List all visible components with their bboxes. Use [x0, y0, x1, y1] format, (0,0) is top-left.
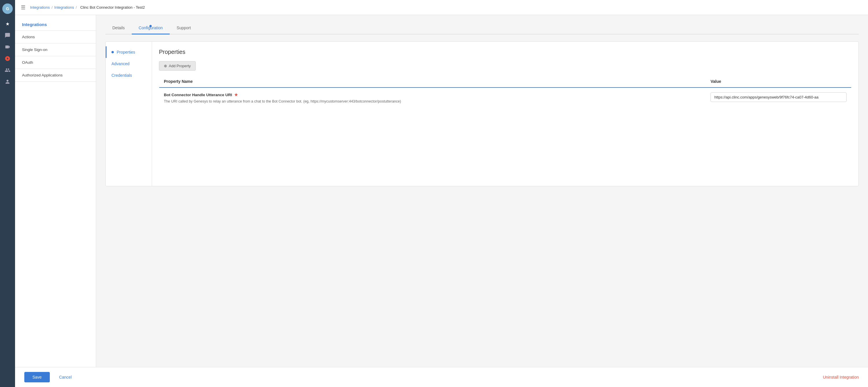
col-value: Value [706, 76, 851, 88]
save-button[interactable]: Save [24, 372, 50, 382]
sidebar-nav: G ★ [0, 0, 15, 387]
left-sidebar: Integrations Actions Single Sign-on OAut… [15, 15, 96, 367]
sub-nav-credentials[interactable]: Credentials [106, 69, 152, 81]
property-name-label: Bot Connector Handle Utterance URI ★ [164, 92, 701, 97]
sidebar-item-oauth[interactable]: OAuth [15, 56, 96, 69]
sub-nav-properties[interactable]: Properties [106, 46, 152, 58]
table-body: Bot Connector Handle Utterance URI ★ The… [159, 88, 851, 109]
sidebar-item-actions[interactable]: Actions [15, 31, 96, 43]
cancel-button[interactable]: Cancel [53, 372, 78, 382]
property-value-input[interactable] [711, 92, 846, 102]
add-property-icon: ⊕ [164, 64, 167, 68]
properties-table: Property Name Value Bot Connector Handle… [159, 75, 851, 109]
tab-support[interactable]: Support [170, 22, 198, 34]
tab-details[interactable]: Details [105, 22, 132, 34]
left-sidebar-title: Integrations [15, 22, 96, 30]
topbar: ☰ Integrations / Integrations / Clinc Bo… [15, 0, 868, 15]
page-content: Details Configuration Support Properties [96, 15, 868, 367]
bottom-left-actions: Save Cancel [24, 372, 78, 382]
breadcrumb-separator-2: / [76, 5, 77, 9]
video-icon[interactable] [2, 42, 13, 52]
sub-nav-advanced[interactable]: Advanced [106, 58, 152, 69]
menu-icon[interactable]: ☰ [21, 4, 26, 11]
breadcrumb-current: Clinc Bot Connector Integration - Test2 [80, 5, 145, 9]
star-icon[interactable]: ★ [2, 19, 13, 29]
breadcrumb-integrations-2[interactable]: Integrations [55, 5, 74, 9]
tab-dot [149, 25, 152, 27]
breadcrumb: Integrations / Integrations / Clinc Bot … [30, 5, 147, 9]
uninstall-button[interactable]: Uninstall Integration [823, 375, 859, 380]
chat-icon[interactable] [2, 30, 13, 40]
table-cell-value [706, 88, 851, 109]
table-row: Bot Connector Handle Utterance URI ★ The… [159, 88, 851, 109]
content-wrapper: Integrations Actions Single Sign-on OAut… [15, 15, 868, 367]
add-property-button[interactable]: ⊕ Add Property [159, 61, 196, 71]
table-cell-name: Bot Connector Handle Utterance URI ★ The… [159, 88, 706, 109]
table-header: Property Name Value [159, 76, 851, 88]
tab-configuration[interactable]: Configuration [132, 22, 170, 34]
tabs-bar: Details Configuration Support [105, 22, 859, 34]
breadcrumb-integrations-1[interactable]: Integrations [30, 5, 50, 9]
sidebar-item-authorized-applications[interactable]: Authorized Applications [15, 69, 96, 82]
properties-title: Properties [159, 49, 851, 55]
group-icon[interactable] [2, 65, 13, 75]
main-area: ☰ Integrations / Integrations / Clinc Bo… [15, 0, 868, 387]
avatar[interactable]: G [2, 3, 13, 14]
col-property-name: Property Name [159, 76, 706, 88]
sub-nav-dot [112, 51, 114, 53]
sidebar-item-single-sign-on[interactable]: Single Sign-on [15, 43, 96, 56]
scissors-icon[interactable] [2, 53, 13, 64]
config-panel: Properties Advanced Credentials Properti… [105, 41, 859, 186]
properties-content: Properties ⊕ Add Property Property Name … [152, 42, 859, 186]
sub-nav: Properties Advanced Credentials [106, 42, 152, 186]
required-indicator: ★ [234, 93, 238, 97]
people-icon[interactable] [2, 77, 13, 87]
property-description: The URI called by Genesys to relay an ut… [164, 99, 701, 104]
breadcrumb-separator-1: / [52, 5, 53, 9]
bottom-bar: Save Cancel Uninstall Integration [15, 367, 868, 387]
